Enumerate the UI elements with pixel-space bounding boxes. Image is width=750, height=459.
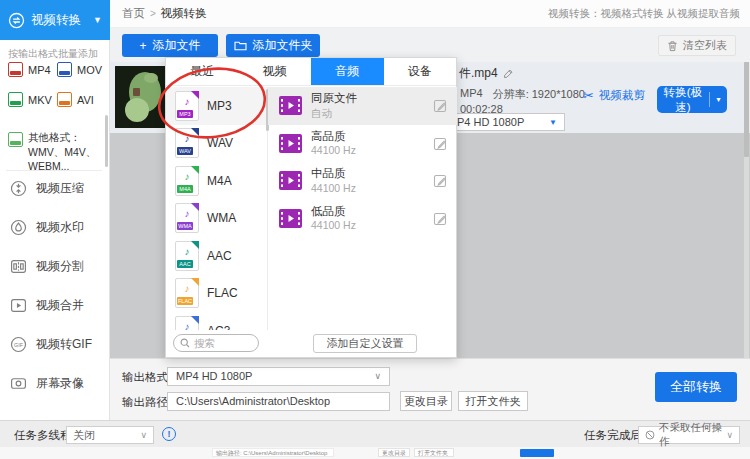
sidebar-divider [6, 170, 102, 171]
format-item-wma[interactable]: ♪WMA WMA [166, 200, 267, 238]
quality-subtitle: 44100 Hz [311, 145, 356, 157]
file-format: MP4 [460, 87, 483, 102]
sidebar-item-video-merge[interactable]: 视频合并 [0, 294, 110, 316]
crop-label: 视频裁剪 [599, 88, 645, 103]
multithread-select[interactable]: 关闭 ∨ [66, 426, 154, 444]
sidebar-format-mkv[interactable]: MKV [8, 92, 57, 107]
sidebar-item-screen-record[interactable]: 屏幕录像 [0, 372, 110, 394]
format-item-wav[interactable]: ♪WAV WAV [166, 125, 267, 163]
format-search [173, 334, 259, 352]
quality-subtitle: 自动 [311, 108, 357, 120]
sidebar-item-label: 屏幕录像 [36, 375, 84, 392]
open-folder-button[interactable]: 打开文件夹 [458, 391, 528, 411]
add-folder-label: 添加文件夹 [253, 37, 313, 54]
sidebar-format-other[interactable]: 其他格式：WMV、M4V、WEBM... [8, 130, 104, 174]
quality-item-high[interactable]: 高品质 44100 Hz [268, 125, 457, 163]
tab-device[interactable]: 设备 [384, 58, 457, 85]
tab-recent[interactable]: 最近 [166, 58, 239, 85]
format-item-aac[interactable]: ♪AAC AAC [166, 237, 267, 275]
mov-file-icon [57, 62, 72, 77]
sidebar-item-video-to-gif[interactable]: GIF 视频转GIF [0, 333, 110, 355]
scissors-icon: ✂ [583, 88, 594, 103]
chevron-down-icon[interactable]: ▼ [710, 96, 727, 103]
convert-label: 转换(极速) [657, 85, 709, 115]
output-format-select[interactable]: MP4 HD 1080P ∨ [167, 367, 390, 386]
quality-item-original[interactable]: 同原文件 自动 [268, 87, 457, 125]
multithread-label: 任务多线程 [14, 428, 72, 443]
format-item-flac[interactable]: ♪FLAC FLAC [166, 275, 267, 313]
edit-quality-icon[interactable] [433, 211, 448, 226]
sidebar: 视频转换 ▼ 按输出格式批量添加 MP4 MOV MKV AVI [0, 0, 110, 420]
screen-record-icon [10, 375, 27, 392]
resolution-label: 分辨率: [493, 88, 529, 100]
sidebar-item-label: 视频压缩 [36, 180, 84, 197]
background-window-fragment: 输出路径: C:\Users\Administrator\Desktop 更改目… [0, 447, 750, 459]
format-name: WAV [207, 136, 233, 150]
file-output-preset-select[interactable]: P4 HD 1080P ▼ [448, 113, 565, 131]
film-clip-icon [279, 134, 302, 153]
mp4-file-icon [8, 62, 23, 77]
app-window: 视频转换 ▼ 按输出格式批量添加 MP4 MOV MKV AVI [0, 0, 750, 459]
fragment-change-dir: 更改目录 [378, 448, 410, 457]
trash-icon [667, 40, 678, 52]
add-custom-setting-button[interactable]: 添加自定义设置 [313, 334, 417, 353]
mp3-file-icon: ♪MP3 [175, 91, 199, 121]
clear-list-label: 清空列表 [683, 38, 727, 53]
list-scrollbar-thumb[interactable] [744, 62, 749, 157]
sidebar-format-avi[interactable]: AVI [57, 92, 106, 107]
quality-item-low[interactable]: 低品质 44100 Hz [268, 200, 457, 238]
rename-pencil-icon[interactable] [503, 68, 514, 79]
quality-title: 中品质 [311, 167, 356, 181]
clear-list-button[interactable]: 清空列表 [658, 35, 736, 56]
change-directory-button[interactable]: 更改目录 [400, 391, 452, 411]
watermark-icon [10, 219, 27, 236]
sidebar-item-video-watermark[interactable]: 视频水印 [0, 216, 110, 238]
sidebar-scrollbar-thumb[interactable] [105, 115, 108, 167]
chevron-down-icon: ▼ [93, 15, 102, 25]
edit-quality-icon[interactable] [433, 173, 448, 188]
chevron-down-icon: ∨ [374, 368, 381, 385]
wav-file-icon: ♪WAV [175, 128, 199, 158]
add-folder-button[interactable]: 添加文件夹 [226, 34, 320, 57]
output-path-input[interactable]: C:\Users\Administrator\Desktop [167, 392, 390, 411]
batch-add-hint: 按输出格式批量添加 [8, 47, 98, 61]
film-clip-icon [279, 171, 302, 190]
tab-video[interactable]: 视频 [239, 58, 312, 85]
ac3-file-icon: ♪AC3 [175, 316, 199, 330]
format-item-m4a[interactable]: ♪M4A M4A [166, 162, 267, 200]
quality-title: 高品质 [311, 130, 356, 144]
sidebar-format-mp4[interactable]: MP4 [8, 62, 57, 77]
video-crop-link[interactable]: ✂ 视频裁剪 [583, 88, 645, 103]
film-clip-icon [279, 96, 302, 115]
edit-quality-icon[interactable] [433, 136, 448, 151]
info-icon[interactable]: ! [162, 427, 176, 441]
convert-button[interactable]: 转换(极速) ▼ [657, 86, 727, 113]
output-settings-panel: 输出格式: MP4 HD 1080P ∨ 输出路径: C:\Users\Admi… [110, 358, 750, 420]
format-item-ac3[interactable]: ♪AC3 AC3 [166, 312, 267, 330]
edit-quality-icon[interactable] [433, 98, 448, 113]
format-tabs: 最近 视频 音频 设备 [166, 58, 456, 86]
add-file-button[interactable]: + 添加文件 [122, 34, 218, 57]
audio-format-list: ♪MP3 MP3 ♪WAV WAV ♪M4A M4A ♪WMA W [166, 87, 267, 330]
breadcrumb-home[interactable]: 首页 [122, 6, 145, 21]
quality-item-medium[interactable]: 中品质 44100 Hz [268, 162, 457, 200]
sidebar-mode-selector[interactable]: 视频转换 ▼ [0, 0, 110, 40]
sidebar-tools: 视频压缩 视频水印 视频分割 [0, 177, 110, 394]
sidebar-format-mov[interactable]: MOV [57, 62, 106, 77]
other-formats-file-icon [8, 132, 23, 147]
tab-audio[interactable]: 音频 [311, 58, 384, 85]
sidebar-item-video-compress[interactable]: 视频压缩 [0, 177, 110, 199]
gif-icon: GIF [10, 336, 27, 353]
convert-all-button[interactable]: 全部转换 [655, 372, 737, 402]
status-bar: 任务多线程 关闭 ∨ ! 任务完成后 不采取任何操作 ∨ [0, 420, 750, 447]
fragment-path-box: 输出路径: C:\Users\Administrator\Desktop [212, 448, 334, 457]
format-item-mp3[interactable]: ♪MP3 MP3 [166, 87, 267, 125]
output-format-label: 输出格式: [122, 370, 171, 385]
no-action-icon [645, 430, 655, 440]
fragment-blue-button [520, 449, 554, 457]
after-task-select[interactable]: 不采取任何操作 ∨ [638, 426, 740, 444]
search-icon [180, 338, 190, 348]
film-clip-icon [279, 209, 302, 228]
sidebar-item-video-split[interactable]: 视频分割 [0, 255, 110, 277]
list-scrollbar[interactable] [744, 62, 749, 358]
